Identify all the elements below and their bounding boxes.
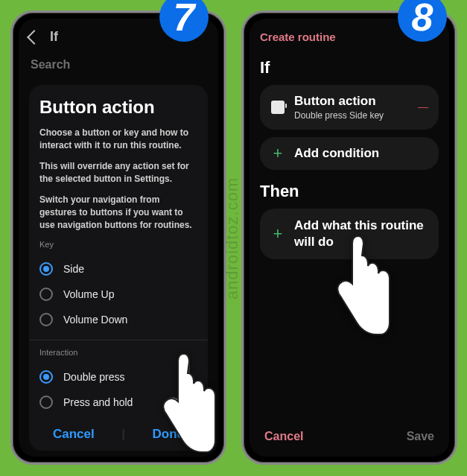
radio-icon	[39, 313, 53, 326]
plus-icon: +	[270, 226, 285, 241]
card-desc-3: Switch your navigation from gestures to …	[39, 194, 197, 232]
key-group-label: Key	[39, 240, 197, 249]
radio-volume-up[interactable]: Volume Up	[39, 282, 197, 307]
screen-right: Create routine If Button action Double p…	[250, 19, 449, 457]
then-section-label: Then	[260, 182, 439, 201]
radio-side[interactable]: Side	[39, 256, 197, 282]
button-separator: |	[121, 427, 125, 442]
card-desc-2: This will override any action set for th…	[39, 160, 197, 186]
add-action-label: Add what this routine will do	[294, 218, 428, 250]
radio-label: Press and hold	[63, 396, 133, 408]
done-button[interactable]: Done	[152, 427, 184, 442]
condition-title: Button action	[294, 94, 384, 109]
radio-icon	[39, 288, 53, 301]
phone-frame-right: Create routine If Button action Double p…	[241, 10, 457, 465]
add-action-button[interactable]: + Add what this routine will do	[260, 209, 439, 259]
cancel-button[interactable]: Cancel	[53, 427, 95, 442]
button-action-card: Button action Choose a button or key and…	[29, 85, 208, 451]
interaction-group-label: Interaction	[39, 348, 197, 357]
add-condition-label: Add condition	[294, 146, 379, 161]
bottom-button-row: Cancel Save	[264, 430, 434, 443]
dialog-button-row: Cancel | Done	[39, 415, 197, 442]
radio-press-hold[interactable]: Press and hold	[39, 390, 197, 415]
add-condition-button[interactable]: + Add condition	[260, 137, 439, 170]
search-input[interactable]: Search	[29, 52, 208, 85]
radio-label: Volume Up	[63, 288, 114, 300]
radio-icon	[39, 396, 53, 409]
card-title: Button action	[39, 97, 197, 118]
plus-icon: +	[270, 146, 285, 161]
divider	[29, 340, 208, 340]
radio-label: Side	[63, 263, 84, 275]
condition-button-action[interactable]: Button action Double press Side key	[260, 85, 439, 130]
remove-icon[interactable]	[418, 107, 428, 108]
watermark-text: androidtoz.com	[223, 177, 242, 299]
side-key-icon	[270, 100, 285, 115]
radio-icon	[39, 370, 53, 384]
if-section-label: If	[260, 58, 439, 77]
header-if-label: If	[50, 29, 58, 45]
cancel-button[interactable]: Cancel	[264, 430, 303, 443]
radio-label: Volume Down	[63, 314, 127, 326]
phone-frame-left: If Search Button action Choose a button …	[10, 10, 226, 465]
radio-double-press[interactable]: Double press	[39, 364, 197, 390]
back-icon[interactable]	[27, 30, 42, 45]
card-desc-1: Choose a button or key and how to intera…	[39, 127, 197, 153]
condition-subtitle: Double press Side key	[294, 110, 384, 121]
radio-volume-down[interactable]: Volume Down	[39, 307, 197, 332]
screen-left: If Search Button action Choose a button …	[19, 19, 218, 457]
radio-icon	[39, 262, 53, 276]
save-button[interactable]: Save	[407, 430, 434, 443]
radio-label: Double press	[63, 371, 125, 383]
